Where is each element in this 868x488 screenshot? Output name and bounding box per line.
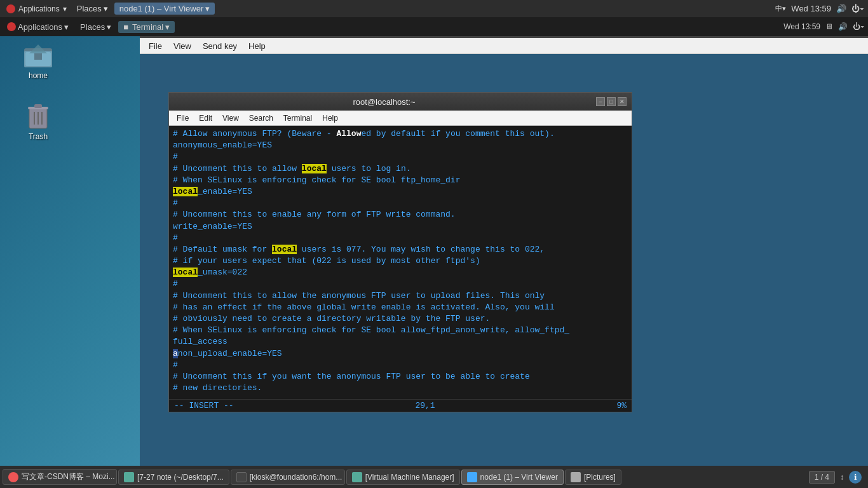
host-window-button[interactable]: node1 (1) – Virt Viewer ▾ [114,3,215,15]
taskbar-item-virtviewer-label: node1 (1) – Virt Viewer [480,473,558,482]
virt-menu-sendkey[interactable]: Send key [198,40,242,52]
vm-applications-menu[interactable]: Applications ▾ [3,21,73,33]
terminal-menu-edit[interactable]: Edit [194,112,217,124]
taskbar-item-terminal2[interactable]: [kiosk@foundation6:/hom... [231,470,345,485]
vm-places-label: Places [80,22,105,32]
terminal-line-9: write_enable=YES [173,221,628,233]
note-icon [124,472,134,482]
host-applications-arrow: ▾ [63,4,67,13]
pictures-icon [571,472,581,482]
terminal2-icon [236,472,247,482]
terminal-menubar: File Edit View Search Terminal Help [169,111,632,126]
taskbar-scroll: ↕ [840,473,844,482]
taskbar-item-virtviewer[interactable]: node1 (1) – Virt Viewer [461,470,564,485]
terminal-line-7: # [173,198,628,209]
host-places-label: Places [77,4,102,13]
terminal-line-4: # Uncomment this to allow local users to… [173,163,628,175]
taskbar-item-note[interactable]: [7-27 note (~/Desktop/7... [118,470,229,485]
terminal-mode: -- INSERT -- [174,401,234,410]
vm-display-icon[interactable]: 🖥 [825,22,833,31]
taskbar-notify-icon: ℹ [849,471,862,484]
host-applications-label: Applications [18,4,60,13]
home-folder-svg [23,38,53,69]
terminal-line-17: # obviously need to create a directory w… [173,313,628,325]
desktop-icons-container: home Trash [13,38,64,141]
host-applications-menu[interactable]: Applications ▾ [3,3,71,15]
vm-places-menu[interactable]: Places ▾ [76,21,116,33]
terminal-line-16: # has an effect if the above global writ… [173,302,628,313]
terminal-window: root@localhost:~ – □ ✕ File Edit View Se… [168,92,632,412]
virt-menu-file[interactable]: File [144,40,167,52]
taskbar-right: 1 / 4 ↕ ℹ [809,471,865,484]
vm-terminal-icon: ■ [123,22,128,32]
taskbar-item-vmm[interactable]: [Virtual Machine Manager] [346,470,460,485]
firefox-icon [8,472,18,482]
taskbar-item-pictures[interactable]: [Pictures] [565,470,621,485]
terminal-line-22: # Uncomment this if you want the anonymo… [173,371,628,383]
host-topbar: Applications ▾ Places ▾ node1 (1) – Virt… [0,0,868,17]
terminal-line-10: # [173,233,628,244]
virt-menubar: File View Send key Help [140,38,868,54]
terminal-line-13: local_umask=022 [173,267,628,278]
terminal-line-14: # [173,278,628,290]
host-window-label: node1 (1) – Virt Viewer [119,4,203,13]
svg-rect-4 [34,53,42,60]
terminal-menu-help[interactable]: Help [318,112,342,124]
terminal-titlebar-controls: – □ ✕ [594,97,627,106]
terminal-close-btn[interactable]: ✕ [618,97,627,106]
taskbar-item-firefox[interactable]: 写文章-CSDN博客 – Mozi... [3,469,117,485]
terminal-menu-file[interactable]: File [172,112,193,124]
terminal-menu-terminal[interactable]: Terminal [279,112,316,124]
virt-menu-help[interactable]: Help [243,40,271,52]
taskbar-item-firefox-label: 写文章-CSDN博客 – Mozi... [22,471,115,482]
terminal-line-12: # if your users expect that (022 is used… [173,255,628,267]
taskbar-item-pictures-label: [Pictures] [584,473,616,482]
terminal-line-23: # new directories. [173,383,628,394]
vm-terminal-label: Terminal [132,22,163,32]
terminal-line-3: # [173,151,628,163]
terminal-menu-view[interactable]: View [218,112,243,124]
home-icon[interactable]: home [13,38,64,80]
terminal-minimize-btn[interactable]: – [596,97,605,106]
vm-places-arrow: ▾ [107,22,111,32]
terminal-titlebar: root@localhost:~ – □ ✕ [169,93,632,111]
taskbar-pager: 1 / 4 [809,471,835,484]
trash-icon[interactable]: Trash [13,99,64,141]
vm-terminal-arrow: ▾ [165,22,170,32]
terminal-line-18: # When SELinux is enforcing check for SE… [173,325,628,336]
terminal-line-8: # Uncomment this to enable any form of F… [173,209,628,220]
terminal-status-bar: -- INSERT -- 29,1 9% [169,399,632,412]
host-places-menu[interactable]: Places ▾ [73,3,112,15]
vm-volume-icon[interactable]: 🔊 [838,22,848,31]
terminal-line-21: # [173,360,628,371]
virt-menu-view[interactable]: View [168,40,196,52]
terminal-menu-search[interactable]: Search [245,112,278,124]
terminal-line-5: # When SELinux is enforcing check for SE… [173,175,628,186]
taskbar-item-terminal2-label: [kiosk@foundation6:/hom... [250,473,342,482]
terminal-line-20: anon_upload_enable=YES [173,348,628,360]
vm-app-icon [7,22,16,31]
terminal-line-1: # Allow anonymous FTP? (Beware - Allowed… [173,128,628,140]
host-places-arrow: ▾ [104,4,108,13]
vm-terminal-menu[interactable]: ■ Terminal ▾ [118,21,175,33]
host-input-icon: 中▾ [775,4,786,13]
vm-applications-arrow: ▾ [64,22,69,32]
terminal-line-11: # Default umask for local users is 077. … [173,244,628,255]
vmm-icon [352,472,362,482]
home-icon-label: home [29,71,48,80]
terminal-body[interactable]: # Allow anonymous FTP? (Beware - Allowed… [169,126,632,399]
svg-rect-7 [34,104,42,108]
trash-svg [23,99,53,130]
host-window-arrow: ▾ [205,4,210,13]
vm-applications-label: Applications [18,22,62,32]
taskbar-item-vmm-label: [Virtual Machine Manager] [365,473,454,482]
vm-topbar: Applications ▾ Places ▾ ■ Terminal ▾ Wed… [0,17,868,36]
virtviewer-icon [467,472,477,482]
trash-icon-label: Trash [29,132,48,141]
host-time: Wed 13:59 [791,4,831,13]
host-power-icon[interactable]: ⏻▾ [851,4,864,13]
host-volume-icon: 🔊 [836,4,846,13]
taskbar-item-note-label: [7-27 note (~/Desktop/7... [137,473,224,482]
vm-power-icon[interactable]: ⏻▾ [853,22,864,31]
terminal-restore-btn[interactable]: □ [607,97,616,106]
